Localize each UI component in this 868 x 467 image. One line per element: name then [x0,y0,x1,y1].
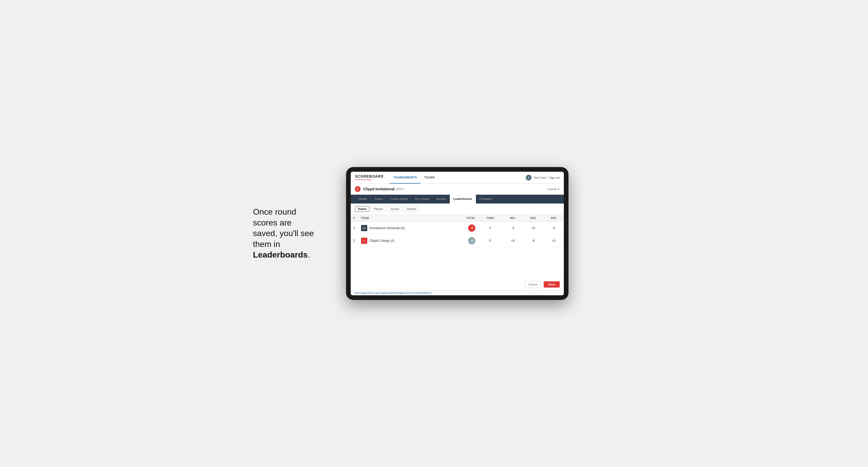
rd3-cell: -6 [544,222,564,235]
sub-tabs: Teams Players Scores Strokes [351,204,564,215]
score-badge: +3 [468,237,475,244]
save-button[interactable]: Save [544,281,560,287]
footer: Cancel Save [351,278,564,290]
rd1-cell: +8 [502,235,523,247]
header-thru: THRU [478,215,502,222]
tournament-title: Clippd Invitational [363,187,395,191]
rd2-cell: -8 [523,235,544,247]
nav-tournaments[interactable]: TOURNAMENTS [390,172,421,184]
sub-tab-strokes[interactable]: Strokes [404,206,419,212]
tabs-bar: Details Teams Course Setup Tee Groups Re… [351,195,564,204]
thru-cell: F [478,222,502,235]
header-rank: # [351,215,359,222]
tab-tee-groups[interactable]: Tee Groups [411,195,433,204]
sub-tab-teams[interactable]: Teams [355,206,369,212]
table-row: 2 C Clippd College [A] +3 F [351,235,564,247]
team-logo: C [361,238,367,244]
rank-cell: 1 [351,222,359,235]
thru-cell: F [478,235,502,247]
tournament-icon: C [355,186,361,192]
tournament-header: C Clippd Invitational (Men) Cancel ✕ [351,184,564,195]
rd3-cell: +3 [544,235,564,247]
page-wrapper: Once round scores are saved, you'll see … [253,167,615,300]
tab-leaderboards[interactable]: Leaderboards [450,195,476,204]
sub-tab-players[interactable]: Players [371,206,386,212]
nav-right: S Test User | Sign out [526,175,560,181]
header-rd3: RD3 [544,215,564,222]
url-bar: https://stage-blue-coach.stagescoreboard… [351,290,564,295]
tablet-device: SCOREBOARD Powered by clippd TOURNAMENTS… [346,167,568,300]
sign-out-link[interactable]: Sign out [549,176,560,179]
app-logo: SCOREBOARD Powered by clippd [355,174,383,181]
team-name-cell: C Clippd College [A] [359,235,451,247]
tab-results[interactable]: Results [433,195,450,204]
table-row: 1 SU Scoreboard University [A] -5 F [351,222,564,235]
sub-tab-scores[interactable]: Scores [388,206,402,212]
team-name-cell: SU Scoreboard University [A] [359,222,451,235]
top-navigation: SCOREBOARD Powered by clippd TOURNAMENTS… [351,172,564,184]
total-cell: +3 [451,235,478,247]
header-total: TOTAL [451,215,478,222]
tab-details[interactable]: Details [355,195,371,204]
nav-links: TOURNAMENTS TEAMS [390,172,526,184]
tablet-screen: SCOREBOARD Powered by clippd TOURNAMENTS… [351,172,564,295]
leaderboard-table-container: # TEAM TOTAL THRU RD1 RD2 RD3 1 [351,215,564,247]
total-cell: -5 [451,222,478,235]
leaderboard-table: # TEAM TOTAL THRU RD1 RD2 RD3 1 [351,215,564,247]
tournament-gender: (Men) [396,187,404,191]
header-rd1: RD1 [502,215,523,222]
content-spacer [351,247,564,278]
tournament-cancel-button[interactable]: Cancel ✕ [548,187,560,191]
header-team: TEAM [359,215,451,222]
table-header-row: # TEAM TOTAL THRU RD1 RD2 RD3 [351,215,564,222]
tab-course-setup[interactable]: Course Setup [386,195,411,204]
nav-teams[interactable]: TEAMS [421,172,438,184]
rank-cell: 2 [351,235,359,247]
cancel-button[interactable]: Cancel [525,281,541,288]
left-description: Once round scores are saved, you'll see … [253,207,331,260]
rd2-cell: +5 [523,222,544,235]
rd1-cell: -4 [502,222,523,235]
user-name: Test User | [534,176,547,179]
header-rd2: RD2 [523,215,544,222]
user-avatar: S [526,175,531,181]
tab-teams[interactable]: Teams [371,195,386,204]
team-logo: SU [361,225,367,231]
tab-printables[interactable]: Printables [476,195,496,204]
score-badge: -5 [468,224,475,232]
